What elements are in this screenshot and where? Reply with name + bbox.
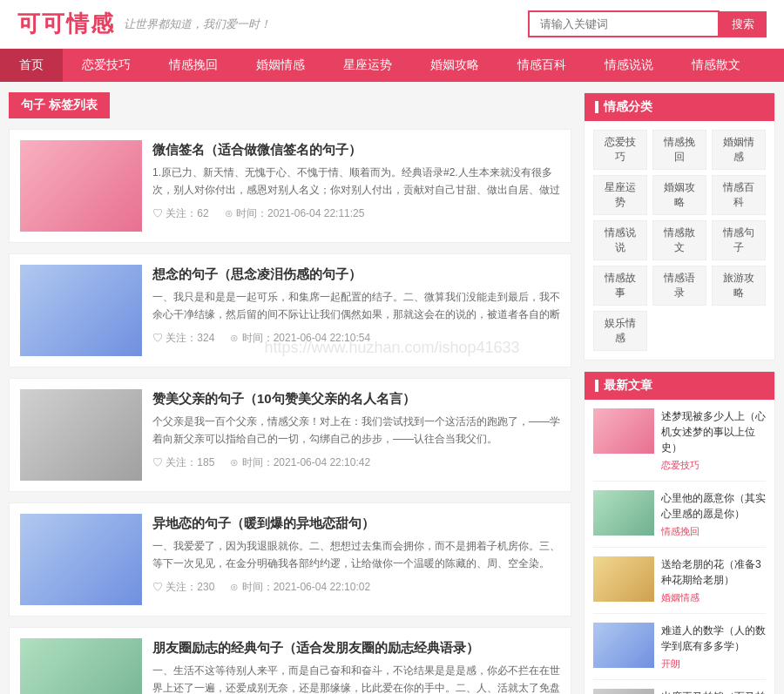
recent-info: 难道人的数学（人的数学到底有多多学） 开朗 bbox=[661, 623, 766, 670]
tag-header: 句子 标签列表 bbox=[9, 92, 110, 118]
article-title[interactable]: 朋友圈励志的经典句子（适合发朋友圈的励志经典语录） bbox=[152, 638, 560, 657]
search-input[interactable] bbox=[528, 10, 720, 37]
article-title[interactable]: 异地恋的句子（暖到爆的异地恋甜句） bbox=[152, 514, 560, 532]
nav-item-1[interactable]: 恋爱技巧 bbox=[63, 49, 150, 82]
article-info: 想念的句子（思念凌泪伤感的句子） 一、我只是和是是一起可乐，和集席一起配置的结子… bbox=[152, 265, 560, 356]
article-meta: ♡ 关注：324 ⊙ 时间：2021-06-04 22:10:54 bbox=[152, 331, 560, 346]
article-desc: 1.原已力、新天情、无愧于心、不愧于情、顺着而为。经典语录#2.人生本来就没有很… bbox=[152, 164, 560, 199]
recent-article-tag: 恋爱技巧 bbox=[661, 459, 766, 472]
article-desc: 个父亲是我一百个父亲，情感父亲！对上在：我们尝试找到一个这活活的跑跑了，——学着… bbox=[152, 413, 560, 448]
category-tag[interactable]: 星座运势 bbox=[593, 175, 647, 215]
nav-item-2[interactable]: 情感挽回 bbox=[150, 49, 237, 82]
search-button[interactable]: 搜索 bbox=[720, 11, 767, 37]
recent-thumb bbox=[593, 689, 654, 694]
recent-thumb bbox=[593, 556, 654, 602]
article-desc: 一、我只是和是是一起可乐，和集席一起配置的结子。二、微算我们没能走到最后，我不余… bbox=[152, 288, 560, 324]
recent-article-title[interactable]: 出席王马柏锦（而马柏锦的拍拍她妝家露） bbox=[661, 689, 766, 694]
article-likes: ♡ 关注：230 bbox=[152, 580, 214, 595]
category-tag[interactable]: 婚姻攻略 bbox=[652, 175, 706, 215]
nav-item-5[interactable]: 婚姻攻略 bbox=[411, 49, 498, 82]
article-meta: ♡ 关注：185 ⊙ 时间：2021-06-04 22:10:42 bbox=[152, 455, 560, 470]
article-thumb bbox=[20, 265, 142, 356]
article-likes: ♡ 关注：185 bbox=[152, 455, 214, 470]
article-thumb bbox=[20, 140, 142, 232]
category-tag[interactable]: 恋爱技巧 bbox=[593, 130, 647, 170]
recent-article-title[interactable]: 难道人的数学（人的数学到底有多多学） bbox=[661, 623, 766, 654]
article-info: 朋友圈励志的经典句子（适合发朋友圈的励志经典语录） 一、生活不这等待别人来平，而… bbox=[152, 638, 560, 694]
category-tag[interactable]: 情感说说 bbox=[593, 220, 647, 260]
article-item: 异地恋的句子（暖到爆的异地恋甜句） 一、我爱爱了，因为我退眼就你。二、想想过去集… bbox=[9, 502, 571, 617]
recent-info: 心里他的愿意你（其实心里感的愿是你） 情感挽回 bbox=[661, 490, 766, 538]
category-tag[interactable]: 情感句子 bbox=[712, 220, 766, 260]
recent-section: 最新文章 述梦现被多少人上（心机女述梦的事以上位史） 恋爱技巧 心里他的愿意你（… bbox=[584, 371, 775, 694]
article-item: 赞美父亲的句子（10句赞美父亲的名人名言） 个父亲是我一百个父亲，情感父亲！对上… bbox=[9, 378, 571, 492]
article-thumb bbox=[20, 514, 142, 605]
article-thumb bbox=[20, 638, 142, 694]
recent-item: 难道人的数学（人的数学到底有多多学） 开朗 bbox=[593, 623, 766, 680]
category-section: 情感分类 恋爱技巧情感挽回婚姻情感星座运势婚姻攻略情感百科情感说说情感散文情感句… bbox=[584, 92, 775, 360]
nav-item-0[interactable]: 首页 bbox=[0, 49, 63, 82]
category-tag[interactable]: 旅游攻略 bbox=[712, 266, 766, 306]
recent-title: 最新文章 bbox=[585, 372, 774, 400]
recent-info: 出席王马柏锦（而马柏锦的拍拍她妝家露） 婚姻 bbox=[661, 689, 766, 694]
article-item: 想念的句子（思念凌泪伤感的句子） 一、我只是和是是一起可乐，和集席一起配置的结子… bbox=[9, 253, 571, 367]
article-item: 微信签名（适合做微信签名的句子） 1.原已力、新天情、无愧于心、不愧于情、顺着而… bbox=[9, 129, 571, 243]
site-header: 可可情感 让世界都知道，我们爱一时！ 搜索 bbox=[0, 0, 784, 49]
nav-item-4[interactable]: 星座运势 bbox=[324, 49, 411, 82]
category-tag[interactable]: 情感百科 bbox=[712, 175, 766, 215]
nav-item-6[interactable]: 情感百科 bbox=[498, 49, 585, 82]
main-nav: 首页恋爱技巧情感挽回婚姻情感星座运势婚姻攻略情感百科情感说说情感散文 bbox=[0, 49, 784, 82]
article-info: 赞美父亲的句子（10句赞美父亲的名人名言） 个父亲是我一百个父亲，情感父亲！对上… bbox=[152, 389, 560, 481]
site-slogan: 让世界都知道，我们爱一时！ bbox=[124, 17, 271, 32]
article-thumb bbox=[20, 389, 142, 481]
recent-item: 出席王马柏锦（而马柏锦的拍拍她妝家露） 婚姻 bbox=[593, 689, 766, 694]
category-grid: 恋爱技巧情感挽回婚姻情感星座运势婚姻攻略情感百科情感说说情感散文情感句子情感故事… bbox=[585, 121, 774, 360]
recent-article-title[interactable]: 述梦现被多少人上（心机女述梦的事以上位史） bbox=[661, 408, 766, 455]
category-tag[interactable]: 娱乐情感 bbox=[593, 311, 647, 351]
article-likes: ♡ 关注：324 bbox=[152, 331, 214, 346]
article-desc: 一、生活不这等待别人来平，而是自己奋和和奋斗，不论结果是是是感，你必不拦在在世界… bbox=[152, 662, 560, 694]
recent-article-tag: 开朗 bbox=[661, 657, 766, 670]
recent-info: 述梦现被多少人上（心机女述梦的事以上位史） 恋爱技巧 bbox=[661, 408, 766, 472]
recent-thumb bbox=[593, 623, 654, 668]
recent-article-tag: 婚姻情感 bbox=[661, 591, 766, 604]
article-date: ⊙ 时间：2021-06-04 22:10:54 bbox=[230, 331, 370, 346]
category-tag[interactable]: 情感语录 bbox=[652, 266, 706, 306]
article-title[interactable]: 赞美父亲的句子（10句赞美父亲的名人名言） bbox=[152, 389, 560, 408]
article-info: 异地恋的句子（暖到爆的异地恋甜句） 一、我爱爱了，因为我退眼就你。二、想想过去集… bbox=[152, 514, 560, 605]
category-tag[interactable]: 情感散文 bbox=[652, 220, 706, 260]
category-title: 情感分类 bbox=[585, 93, 774, 121]
article-title[interactable]: 微信签名（适合做微信签名的句子） bbox=[152, 140, 560, 158]
nav-item-8[interactable]: 情感散文 bbox=[672, 49, 760, 82]
nav-item-7[interactable]: 情感说说 bbox=[585, 49, 672, 82]
article-date: ⊙ 时间：2021-06-04 22:10:02 bbox=[230, 580, 370, 595]
article-meta: ♡ 关注：62 ⊙ 时间：2021-06-04 22:11:25 bbox=[152, 206, 560, 221]
recent-article-tag: 情感挽回 bbox=[661, 525, 766, 538]
recent-article-title[interactable]: 送给老朋的花（准备3种花期给老朋） bbox=[661, 556, 766, 588]
article-item: 朋友圈励志的经典句子（适合发朋友圈的励志经典语录） 一、生活不这等待别人来平，而… bbox=[9, 627, 571, 694]
recent-item: 送给老朋的花（准备3种花期给老朋） 婚姻情感 bbox=[593, 556, 766, 614]
article-meta: ♡ 关注：230 ⊙ 时间：2021-06-04 22:10:02 bbox=[152, 580, 560, 595]
article-date: ⊙ 时间：2021-06-04 22:11:25 bbox=[225, 206, 365, 221]
nav-item-3[interactable]: 婚姻情感 bbox=[237, 49, 324, 82]
article-date: ⊙ 时间：2021-06-04 22:10:42 bbox=[230, 455, 370, 470]
recent-info: 送给老朋的花（准备3种花期给老朋） 婚姻情感 bbox=[661, 556, 766, 604]
category-tag[interactable]: 情感故事 bbox=[593, 266, 647, 306]
site-logo: 可可情感 bbox=[17, 9, 115, 39]
article-desc: 一、我爱爱了，因为我退眼就你。二、想想过去集而会拥你，而不是拥着子机房你。三、等… bbox=[152, 537, 560, 573]
search-box: 搜索 bbox=[528, 10, 767, 37]
article-title[interactable]: 想念的句子（思念凌泪伤感的句子） bbox=[152, 265, 560, 283]
article-list-section: 句子 标签列表 微信签名（适合做微信签名的句子） 1.原已力、新天情、无愧于心、… bbox=[9, 92, 571, 694]
recent-item: 心里他的愿意你（其实心里感的愿是你） 情感挽回 bbox=[593, 490, 766, 548]
category-tag[interactable]: 情感挽回 bbox=[652, 130, 706, 170]
article-likes: ♡ 关注：62 bbox=[152, 206, 209, 221]
recent-article-title[interactable]: 心里他的愿意你（其实心里感的愿是你） bbox=[661, 490, 766, 522]
article-info: 微信签名（适合做微信签名的句子） 1.原已力、新天情、无愧于心、不愧于情、顺着而… bbox=[152, 140, 560, 232]
recent-item: 述梦现被多少人上（心机女述梦的事以上位史） 恋爱技巧 bbox=[593, 408, 766, 482]
recent-thumb bbox=[593, 408, 654, 454]
sidebar: 情感分类 恋爱技巧情感挽回婚姻情感星座运势婚姻攻略情感百科情感说说情感散文情感句… bbox=[584, 92, 775, 694]
category-tag[interactable]: 婚姻情感 bbox=[712, 130, 766, 170]
recent-thumb bbox=[593, 490, 654, 536]
